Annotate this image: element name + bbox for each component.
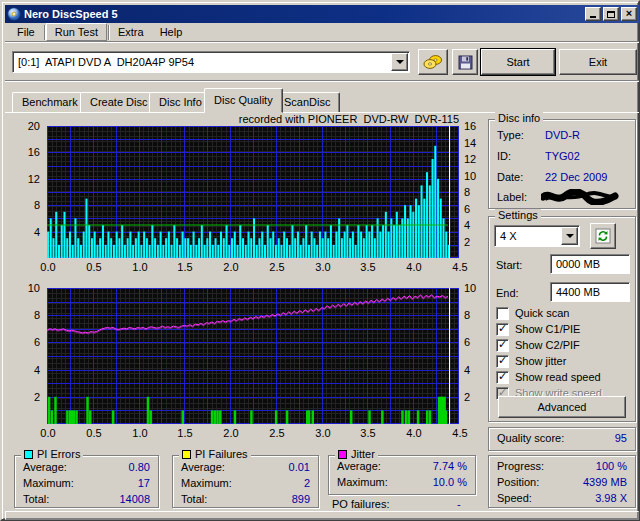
checkmark-icon: ✓ — [498, 371, 507, 382]
menu-help[interactable]: Help — [152, 24, 191, 40]
tick-label: 10 — [464, 170, 476, 182]
tab-benchmark[interactable]: Benchmark — [12, 92, 88, 113]
tick-label: 0.0 — [37, 261, 59, 273]
average-label: Average: — [181, 461, 225, 473]
checkbox-label: Show read speed — [515, 371, 601, 383]
tick-label: 1.0 — [129, 261, 151, 273]
tick-label: 4 — [464, 364, 470, 376]
quality-score-label: Quality score: — [497, 432, 564, 444]
jitter-stats: Jitter Average:7.74 % Maximum:10.0 % — [328, 455, 476, 495]
status-strip — [5, 511, 639, 520]
end-position-field[interactable] — [550, 282, 630, 302]
po-failures-label: PO failures: — [332, 498, 389, 510]
eject-button[interactable] — [418, 49, 448, 75]
tick-label: 8 — [34, 309, 40, 321]
pi-errors-stats-title: PI Errors — [21, 448, 83, 460]
progress-label: Progress: — [497, 460, 544, 472]
exit-button[interactable]: Exit — [559, 49, 637, 75]
tab-disc-quality[interactable]: Disc Quality — [204, 88, 283, 113]
tab-label: Benchmark — [22, 96, 78, 108]
jitter-title: Jitter — [351, 448, 375, 460]
checkbox-show-c2-pif[interactable]: ✓ Show C2/PIF — [496, 338, 580, 352]
tab-disc-info[interactable]: Disc Info — [149, 92, 212, 113]
tick-label: 4.0 — [403, 261, 425, 273]
disc-info-group: Disc info Type:DVD-R ID:TYG02 Date:22 De… — [488, 119, 636, 209]
drive-select-arrow[interactable] — [391, 53, 408, 71]
maximum-value: 17 — [138, 477, 150, 489]
pi-errors-legend-swatch — [24, 450, 33, 459]
checkbox-label: Show C1/PIE — [515, 323, 580, 335]
maximize-button[interactable] — [603, 7, 619, 21]
jitter-chart — [47, 288, 459, 424]
speed-label: Speed: — [497, 492, 532, 504]
tick-label: 6 — [464, 336, 470, 348]
minimize-button[interactable] — [585, 7, 601, 21]
tick-label: 4.5 — [449, 427, 471, 439]
disc-label-label: Label: — [497, 191, 527, 203]
close-button[interactable]: × — [621, 7, 637, 21]
start-button-label: Start — [506, 56, 529, 68]
tick-label: 3.5 — [357, 427, 379, 439]
tick-label: 14 — [464, 137, 476, 149]
disc-icon — [7, 7, 21, 21]
app-window: Nero DiscSpeed 5 × File Run Test Extra H… — [0, 0, 640, 521]
tick-label: 2.5 — [266, 261, 288, 273]
refresh-button[interactable] — [590, 223, 616, 249]
checkmark-icon: ✓ — [498, 339, 507, 350]
pi-errors-y-axis-left: 20161284 — [10, 126, 44, 258]
disc-label-redacted — [541, 189, 619, 205]
tick-label: 8 — [34, 199, 40, 211]
tick-label: 4 — [464, 219, 470, 231]
menu-file[interactable]: File — [9, 24, 43, 40]
tick-label: 2 — [34, 391, 40, 403]
minimize-icon — [590, 16, 596, 18]
tick-label: 2 — [464, 391, 470, 403]
tick-label: 20 — [28, 120, 40, 132]
tick-label: 1.5 — [174, 261, 196, 273]
scan-speed-arrow[interactable] — [561, 227, 578, 245]
window-title: Nero DiscSpeed 5 — [24, 8, 583, 20]
checkbox: ✓ — [496, 339, 509, 352]
checkbox-show-c1-pie[interactable]: ✓ Show C1/PIE — [496, 322, 580, 336]
menu-extra[interactable]: Extra — [110, 24, 152, 40]
scan-speed-select[interactable]: 4 X — [494, 225, 580, 247]
tick-label: 12 — [464, 153, 476, 165]
maximum-label: Maximum: — [23, 477, 74, 489]
total-value: 899 — [292, 493, 310, 505]
average-value: 0.01 — [289, 461, 310, 473]
menu-run-test[interactable]: Run Test — [46, 23, 107, 41]
total-label: Total: — [23, 493, 49, 505]
checkbox-show-jitter[interactable]: ✓ Show jitter — [496, 354, 566, 368]
checkbox-quick-scan[interactable]: ✓ Quick scan — [496, 306, 569, 320]
pi-errors-title: PI Errors — [37, 448, 80, 460]
tick-label: 6 — [464, 203, 470, 215]
tick-label: 3.0 — [312, 261, 334, 273]
menu-separator — [108, 25, 109, 40]
checkmark-icon: ✓ — [498, 355, 507, 366]
maximum-label: Maximum: — [181, 477, 232, 489]
title-bar[interactable]: Nero DiscSpeed 5 × — [5, 5, 639, 23]
average-value: 0.80 — [129, 461, 150, 473]
tab-create-disc[interactable]: Create Disc — [80, 92, 157, 113]
advanced-button[interactable]: Advanced — [498, 396, 626, 418]
save-button[interactable] — [452, 49, 478, 75]
checkbox-show-read-speed[interactable]: ✓ Show read speed — [496, 370, 601, 384]
scan-speed-value: 4 X — [495, 230, 561, 242]
pi-errors-stats: PI Errors Average:0.80 Maximum:17 Total:… — [14, 455, 159, 508]
start-position-field[interactable] — [550, 254, 630, 274]
drive-select[interactable]: [0:1] ATAPI DVD A DH20A4P 9P54 — [12, 51, 410, 73]
floppy-disk-icon — [458, 55, 473, 70]
position-value: 4399 MB — [583, 476, 627, 488]
tick-label: 4.0 — [403, 427, 425, 439]
tab-scandisc[interactable]: ScanDisc — [274, 92, 340, 113]
jitter-x-axis: 0.00.51.01.52.02.53.03.54.04.5 — [47, 427, 459, 439]
pi-errors-x-axis: 0.00.51.01.52.02.53.03.54.04.5 — [47, 261, 459, 273]
total-value: 14008 — [119, 493, 150, 505]
tick-label: 2 — [464, 236, 470, 248]
jitter-stats-title: Jitter — [335, 448, 378, 460]
progress-panel: Progress: 100 % Position: 4399 MB Speed:… — [488, 455, 636, 508]
tick-label: 10 — [28, 282, 40, 294]
tick-label: 8 — [464, 186, 470, 198]
checkbox-label: Quick scan — [515, 307, 569, 319]
start-button[interactable]: Start — [481, 49, 555, 75]
